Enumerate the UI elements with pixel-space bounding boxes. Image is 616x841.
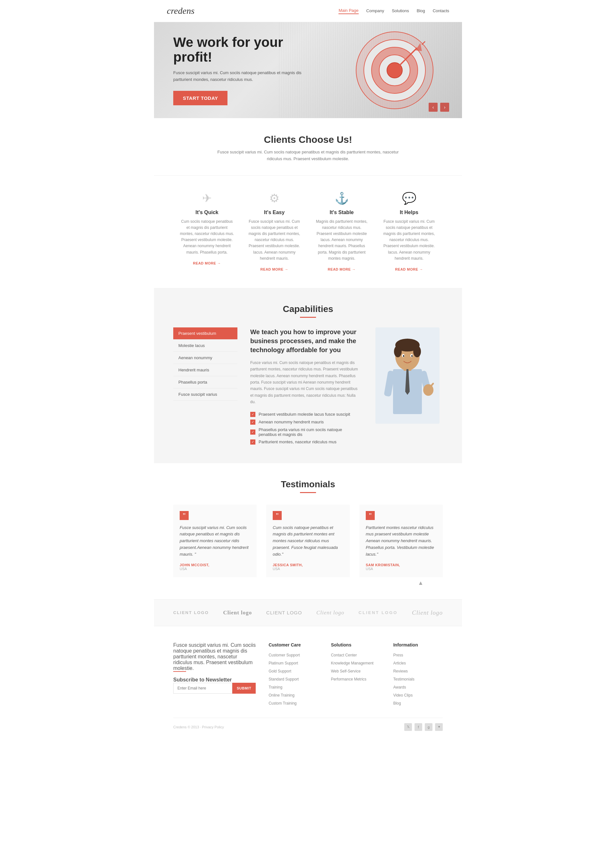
feature-easy-title: It's Easy [247, 210, 302, 215]
feature-quick-text: Cum sociis natoque penatibus et magnis d… [180, 219, 234, 256]
scroll-up-arrow[interactable]: ▲ [173, 577, 443, 587]
footer-cc-link-1[interactable]: Platinum Support [268, 661, 298, 665]
social-twitter[interactable]: 𝕏 [404, 723, 412, 731]
svg-point-20 [413, 346, 421, 357]
testimonial-text-2: Partturient montes nascetur ridiculus mu… [366, 525, 436, 558]
cap-item-1[interactable]: Molestie lacus [173, 340, 238, 352]
testimonials-heading: Testimonials [173, 479, 443, 490]
footer-cc-link-2[interactable]: Gold Support [268, 669, 291, 673]
footer-info-link-1[interactable]: Articles [393, 661, 406, 665]
footer-cc-link-5[interactable]: Online Training [268, 693, 295, 697]
logo-item-1: Client logo [223, 610, 252, 616]
footer-information: Information Press Articles Reviews Testi… [393, 642, 443, 708]
footer-cc-link-6[interactable]: Custom Training [268, 701, 296, 706]
cap-item-3[interactable]: Hendrerit mauris [173, 364, 238, 376]
footer-info-link-3[interactable]: Testimonials [393, 677, 415, 681]
nav-company[interactable]: Company [367, 8, 384, 14]
clients-section: Clients Choose Us! Fusce suscipit varius… [154, 118, 462, 175]
footer-cc-4: Training [268, 684, 318, 690]
footer-info-link-4[interactable]: Awards [393, 685, 406, 690]
nav-main-page[interactable]: Main Page [339, 8, 358, 14]
footer-info-6: Blog [393, 700, 443, 706]
quote-icon-0: " [180, 511, 189, 520]
footer-sol-link-0[interactable]: Contact Center [331, 653, 357, 657]
footer-brand-text: Fusce suscipit varius mi. Cum sociis nat… [173, 642, 256, 671]
feature-stable-readmore[interactable]: READ MORE → [328, 268, 356, 271]
footer-cc-link-3[interactable]: Standard Support [268, 677, 299, 681]
logos-strip: CLIENT LOGO Client logo Client logo Clie… [154, 599, 462, 626]
cap-item-2[interactable]: Aenean nonummy [173, 352, 238, 364]
footer-info-2: Reviews [393, 668, 443, 674]
social-facebook[interactable]: f [415, 723, 422, 731]
footer-subscribe-form: SUBMIT [173, 683, 256, 694]
subscribe-button[interactable]: SUBMIT [232, 683, 256, 694]
logo-item-0: CLIENT LOGO [173, 610, 209, 615]
cap-item-4[interactable]: Phasellus porta [173, 376, 238, 388]
footer-cc-link-4[interactable]: Training [268, 685, 282, 690]
nav-blog[interactable]: Blog [417, 8, 425, 14]
nav-solutions[interactable]: Solutions [392, 8, 409, 14]
footer: Fusce suscipit varius mi. Cum sociis nat… [154, 626, 462, 737]
testimonial-author-1: JESSICA SMITH, [273, 563, 343, 567]
footer-divider [173, 671, 186, 672]
footer-sol-list: Contact Center Knowledge Management Web … [331, 652, 380, 682]
email-input[interactable] [173, 683, 232, 694]
footer-cc-0: Customer Support [268, 652, 318, 658]
hero-graphic [353, 29, 436, 112]
person-illustration [375, 328, 440, 424]
capabilities-title: Capabilities [173, 304, 443, 318]
feature-easy: ⚙ It's Easy Fusce suscipit varius mi. Cu… [241, 185, 308, 278]
logo[interactable]: credens [167, 6, 194, 16]
footer-cc-link-0[interactable]: Customer Support [268, 653, 300, 657]
feature-helps-readmore[interactable]: READ MORE → [395, 268, 423, 271]
testimonial-2: " Partturient montes nascetur ridiculus … [359, 504, 443, 577]
check-item-0: ✓ Praesent vestibulum molestie lacus fus… [250, 412, 359, 417]
footer-cc-5: Online Training [268, 692, 318, 698]
feature-easy-readmore[interactable]: READ MORE → [261, 268, 289, 271]
capabilities-underline [300, 317, 316, 318]
social-google-plus[interactable]: g [425, 723, 433, 731]
clients-heading: Clients Choose Us! [167, 134, 449, 145]
testimonial-author-2: SAM KROMISTAIN, [366, 563, 436, 567]
hero-prev-button[interactable]: ‹ [429, 103, 438, 112]
footer-info-link-6[interactable]: Blog [393, 701, 401, 706]
checkbox-icon-2: ✓ [250, 429, 255, 435]
footer-info-list: Press Articles Reviews Testimonials Awar… [393, 652, 443, 706]
footer-info-link-5[interactable]: Video Clips [393, 693, 412, 697]
footer-sol-0: Contact Center [331, 652, 380, 658]
footer-info-link-2[interactable]: Reviews [393, 669, 408, 673]
main-nav: Main Page Company Solutions Blog Contact… [339, 8, 449, 14]
svg-point-24 [411, 355, 412, 357]
capabilities-content-heading: We teach you how to improve your busines… [250, 328, 359, 354]
footer-cc-3: Standard Support [268, 676, 318, 682]
testimonial-country-1: USA [273, 567, 343, 571]
checkbox-icon-0: ✓ [250, 412, 255, 417]
capabilities-inner: Praesent vestibulum Molestie lacus Aenea… [173, 328, 443, 447]
footer-sol-link-3[interactable]: Performance Metrics [331, 677, 367, 681]
nav-contacts[interactable]: Contacts [433, 8, 449, 14]
testimonial-text-1: Cum sociis natoque penatibus et magnis d… [273, 525, 343, 558]
capabilities-content-text: Fusce varius mi. Cum sociis natoque pena… [250, 360, 359, 406]
hero-next-button[interactable]: › [440, 103, 449, 112]
footer-sol-2: Web Self-Service [331, 668, 380, 674]
footer-sol-link-2[interactable]: Web Self-Service [331, 669, 360, 673]
footer-cc-2: Gold Support [268, 668, 318, 674]
capabilities-content: We teach you how to improve your busines… [250, 328, 359, 447]
footer-sol-heading: Solutions [331, 642, 380, 647]
cap-item-5[interactable]: Fusce suscipit varius [173, 388, 238, 401]
social-rss[interactable]: ✦ [435, 723, 443, 731]
cap-item-0[interactable]: Praesent vestibulum [173, 328, 238, 340]
features-grid: ✈ It's Quick Cum sociis natoque penatibu… [154, 175, 462, 288]
start-today-button[interactable]: Start Today [173, 91, 227, 105]
footer-sol-link-1[interactable]: Knowledge Management [331, 661, 374, 665]
checkbox-icon-1: ✓ [250, 419, 255, 425]
feature-quick-readmore[interactable]: READ MORE → [193, 261, 221, 265]
footer-info-link-0[interactable]: Press [393, 653, 403, 657]
footer-sol-3: Performance Metrics [331, 676, 380, 682]
helps-icon: 💬 [382, 192, 436, 205]
target-icon [353, 29, 436, 112]
hero-headline: We work for your profit! [173, 35, 308, 65]
footer-info-0: Press [393, 652, 443, 658]
hero-content: We work for your profit! Fusce suscipit … [173, 35, 308, 105]
social-icons: 𝕏 f g ✦ [404, 723, 443, 731]
